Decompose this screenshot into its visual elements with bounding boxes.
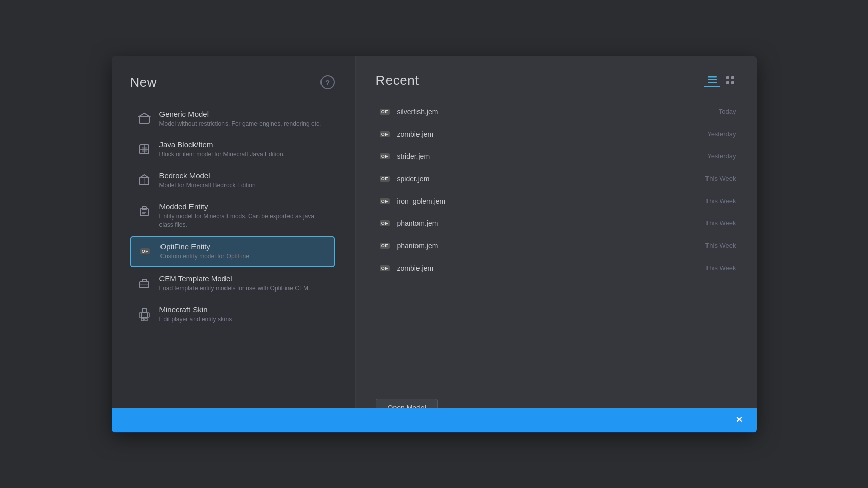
- recent-item[interactable]: OF strider.jem Yesterday: [376, 145, 738, 168]
- model-desc-generic: Model without restrictions. For game eng…: [159, 120, 329, 128]
- java-block-icon: [136, 141, 152, 157]
- bedrock-model-icon: [136, 172, 152, 188]
- model-item-skin[interactable]: Minecraft Skin Edit player and entity sk…: [130, 300, 335, 329]
- recent-file-name: zombie.jem: [397, 264, 705, 272]
- recent-file-name: phantom.jem: [397, 219, 705, 227]
- view-toggles: [704, 73, 738, 87]
- help-icon[interactable]: ?: [320, 75, 335, 89]
- svg-rect-21: [708, 76, 717, 78]
- model-text-skin: Minecraft Skin Edit player and entity sk…: [159, 305, 329, 324]
- model-name-java: Java Block/Item: [159, 140, 329, 149]
- model-desc-cem: Load template entity models for use with…: [159, 284, 329, 293]
- close-button[interactable]: ×: [732, 413, 747, 427]
- recent-item[interactable]: OF iron_golem.jem This Week: [376, 190, 738, 212]
- recent-file-icon: OF: [378, 239, 392, 253]
- new-title: New: [130, 75, 157, 90]
- right-header: Recent: [376, 73, 738, 88]
- svg-rect-0: [139, 116, 149, 123]
- model-text-modded: Modded Entity Entity model for Minecraft…: [159, 202, 329, 230]
- model-name-cem: CEM Template Model: [159, 274, 329, 283]
- svg-rect-18: [147, 313, 149, 317]
- model-name-generic: Generic Model: [159, 110, 329, 118]
- list-view-button[interactable]: [704, 73, 720, 87]
- model-text-generic: Generic Model Model without restrictions…: [159, 110, 329, 128]
- recent-file-name: zombie.jem: [397, 130, 708, 138]
- recent-file-date: This Week: [705, 219, 736, 227]
- recent-file-icon: OF: [378, 105, 392, 119]
- svg-rect-22: [708, 79, 717, 81]
- svg-rect-27: [731, 81, 734, 84]
- model-text-bedrock: Bedrock Model Model for Minecraft Bedroc…: [159, 171, 329, 190]
- recent-title: Recent: [376, 73, 419, 88]
- model-desc-bedrock: Model for Minecraft Bedrock Edition: [159, 181, 329, 190]
- recent-item[interactable]: OF phantom.jem This Week: [376, 212, 738, 235]
- recent-file-date: This Week: [705, 264, 736, 272]
- left-header: New ?: [130, 75, 335, 90]
- recent-file-name: strider.jem: [397, 152, 708, 160]
- of-badge: OF: [140, 248, 150, 254]
- right-panel: Recent: [356, 56, 757, 432]
- svg-rect-25: [731, 76, 734, 79]
- recent-file-icon: OF: [378, 127, 392, 141]
- recent-file-icon: OF: [378, 194, 392, 208]
- model-desc-java: Block or item model for Minecraft Java E…: [159, 150, 329, 159]
- svg-rect-26: [726, 81, 729, 84]
- left-panel: New ? Generic Model Model without restri…: [112, 56, 356, 432]
- svg-rect-17: [139, 313, 141, 317]
- recent-file-name: spider.jem: [397, 175, 705, 183]
- model-name-modded: Modded Entity: [159, 202, 329, 211]
- new-project-dialog: New ? Generic Model Model without restri…: [112, 56, 757, 432]
- svg-marker-7: [140, 175, 149, 178]
- model-text-java: Java Block/Item Block or item model for …: [159, 140, 329, 159]
- recent-file-date: Yesterday: [707, 130, 736, 138]
- recent-file-icon: OF: [378, 172, 392, 186]
- recent-item[interactable]: OF zombie.jem This Week: [376, 257, 738, 279]
- recent-file-date: This Week: [705, 197, 736, 205]
- cem-template-icon: [136, 275, 152, 291]
- svg-rect-19: [141, 318, 144, 321]
- model-name-bedrock: Bedrock Model: [159, 171, 329, 180]
- svg-rect-16: [141, 313, 147, 318]
- recent-list: OF silverfish.jem Today OF zombie.jem Ye…: [376, 101, 738, 388]
- recent-file-date: This Week: [705, 175, 736, 182]
- recent-file-icon: OF: [378, 149, 392, 164]
- recent-file-icon: OF: [378, 261, 392, 275]
- model-text-optifine: OptiFine Entity Custom entity model for …: [160, 242, 328, 261]
- svg-marker-1: [139, 113, 149, 116]
- bottom-bar: ×: [112, 408, 757, 432]
- recent-file-name: phantom.jem: [397, 242, 705, 250]
- model-name-optifine: OptiFine Entity: [160, 242, 328, 251]
- generic-model-icon: [136, 111, 152, 127]
- recent-item[interactable]: OF phantom.jem This Week: [376, 235, 738, 257]
- model-item-cem[interactable]: CEM Template Model Load template entity …: [130, 269, 335, 298]
- grid-view-button[interactable]: [722, 73, 738, 87]
- model-text-cem: CEM Template Model Load template entity …: [159, 274, 329, 293]
- model-name-skin: Minecraft Skin: [159, 305, 329, 314]
- recent-file-date: This Week: [705, 242, 736, 249]
- model-item-modded[interactable]: Modded Entity Entity model for Minecraft…: [130, 197, 335, 235]
- svg-rect-23: [708, 82, 717, 83]
- model-desc-optifine: Custom entity model for OptiFine: [160, 252, 328, 261]
- model-desc-skin: Edit player and entity skins: [159, 315, 329, 324]
- svg-rect-24: [726, 76, 729, 79]
- model-item-java[interactable]: Java Block/Item Block or item model for …: [130, 135, 335, 164]
- recent-file-name: iron_golem.jem: [397, 197, 705, 205]
- model-item-generic[interactable]: Generic Model Model without restrictions…: [130, 105, 335, 134]
- recent-file-date: Today: [719, 108, 736, 115]
- recent-item[interactable]: OF zombie.jem Yesterday: [376, 123, 738, 145]
- model-item-bedrock[interactable]: Bedrock Model Model for Minecraft Bedroc…: [130, 166, 335, 195]
- modded-entity-icon: [136, 203, 152, 219]
- recent-file-name: silverfish.jem: [397, 108, 719, 116]
- svg-rect-20: [145, 318, 147, 321]
- recent-file-icon: OF: [378, 216, 392, 231]
- optifine-entity-icon: OF: [137, 243, 153, 259]
- model-desc-modded: Entity model for Minecraft mods. Can be …: [159, 212, 329, 230]
- recent-file-date: Yesterday: [707, 152, 736, 160]
- recent-item[interactable]: OF silverfish.jem Today: [376, 101, 738, 123]
- recent-item[interactable]: OF spider.jem This Week: [376, 168, 738, 190]
- model-item-optifine[interactable]: OF OptiFine Entity Custom entity model f…: [130, 236, 335, 267]
- svg-rect-15: [142, 308, 146, 312]
- minecraft-skin-icon: [136, 306, 152, 322]
